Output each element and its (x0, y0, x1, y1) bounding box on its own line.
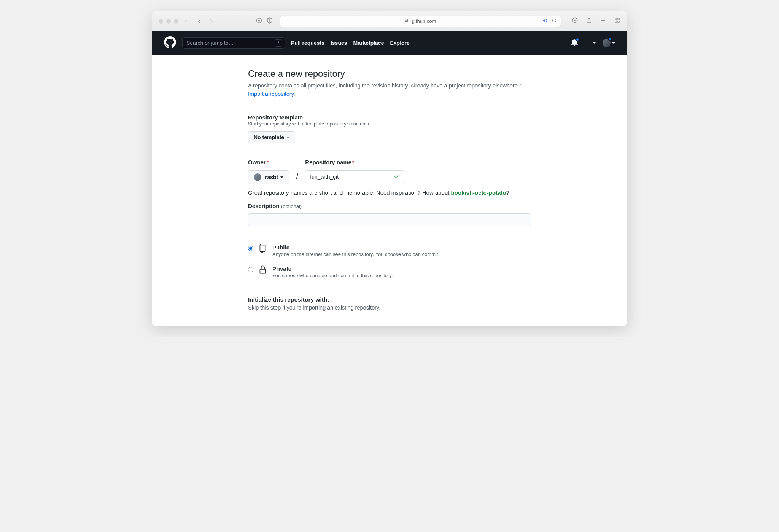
svg-rect-8 (618, 21, 619, 22)
template-hint: Start your repository with a template re… (248, 121, 531, 127)
tab-overview-button[interactable] (614, 17, 620, 25)
page-content: Create a new repository A repository con… (152, 55, 627, 326)
private-title: Private (272, 265, 393, 272)
divider (248, 152, 531, 152)
reload-button[interactable] (552, 18, 557, 24)
back-button[interactable] (196, 18, 203, 25)
svg-rect-7 (615, 21, 617, 22)
downloads-button[interactable] (572, 17, 578, 25)
template-select[interactable]: No template (248, 131, 295, 143)
chevron-down-icon (286, 137, 289, 138)
owner-select[interactable]: rasbt (248, 170, 289, 184)
lock-icon (405, 18, 409, 24)
github-header: Search or jump to… / Pull requests Issue… (152, 31, 627, 55)
optional-label: (optional) (281, 203, 302, 209)
search-placeholder: Search or jump to… (186, 40, 234, 46)
url-host: github.com (412, 18, 436, 24)
public-desc: Anyone on the internet can see this repo… (272, 251, 439, 257)
page-subhead: A repository contains all project files,… (248, 81, 531, 98)
zoom-window-button[interactable] (174, 19, 178, 24)
nav-issues[interactable]: Issues (331, 40, 347, 46)
nav-explore[interactable]: Explore (390, 40, 409, 46)
browser-window: github.com Search or jump to… / Pull req… (152, 11, 627, 326)
template-label: Repository template (248, 114, 531, 121)
privacy-report-icon[interactable] (256, 17, 262, 25)
chevron-down-icon (612, 42, 615, 44)
nav-marketplace[interactable]: Marketplace (353, 40, 384, 46)
description-label: Description (248, 203, 280, 209)
browser-toolbar: github.com (152, 11, 627, 31)
notifications-button[interactable] (571, 39, 578, 47)
sidebar-toggle-button[interactable] (185, 19, 190, 23)
chevron-down-icon (280, 176, 283, 178)
svg-rect-5 (615, 18, 617, 20)
svg-rect-6 (618, 18, 619, 20)
repo-name-input[interactable] (305, 170, 404, 183)
lock-icon (258, 265, 268, 276)
svg-point-3 (258, 19, 260, 21)
description-input[interactable] (248, 213, 531, 226)
initialize-sub: Skip this step if you're importing an ex… (248, 305, 531, 311)
audio-icon[interactable] (542, 18, 548, 24)
chevron-down-icon (188, 19, 190, 23)
status-dot (608, 37, 612, 41)
notification-dot (576, 38, 579, 41)
svg-rect-9 (260, 269, 265, 273)
owner-label: Owner* (248, 159, 269, 165)
divider (248, 107, 531, 107)
minimize-window-button[interactable] (166, 19, 171, 24)
suggested-name[interactable]: bookish-octo-potato (451, 189, 506, 196)
private-radio[interactable] (248, 267, 253, 272)
create-new-dropdown[interactable] (585, 40, 596, 46)
shield-icon[interactable] (267, 17, 273, 25)
github-logo[interactable] (164, 36, 176, 50)
initialize-heading: Initialize this repository with: (248, 296, 531, 303)
nav-pull-requests[interactable]: Pull requests (291, 40, 324, 46)
user-menu[interactable] (603, 39, 615, 47)
visibility-public-row[interactable]: Public Anyone on the internet can see th… (248, 242, 531, 259)
visibility-private-row[interactable]: Private You choose who can see and commi… (248, 263, 531, 281)
address-bar[interactable]: github.com (280, 16, 561, 27)
search-input[interactable]: Search or jump to… / (182, 37, 285, 49)
public-title: Public (272, 244, 439, 251)
avatar (254, 173, 261, 181)
public-radio[interactable] (248, 246, 253, 251)
import-repo-link[interactable]: Import a repository (248, 91, 294, 97)
traffic-lights (159, 19, 178, 24)
repo-name-label: Repository name* (305, 159, 354, 165)
slash-key-icon: / (275, 39, 282, 47)
private-desc: You choose who can see and commit to thi… (272, 273, 393, 278)
repo-icon (258, 244, 268, 255)
check-icon (394, 173, 400, 181)
divider (248, 235, 531, 235)
name-tip: Great repository names are short and mem… (248, 189, 531, 196)
divider (248, 289, 531, 289)
path-separator: / (296, 172, 298, 184)
svg-rect-0 (186, 21, 187, 22)
chevron-down-icon (593, 42, 596, 44)
new-tab-button[interactable] (600, 17, 606, 25)
close-window-button[interactable] (159, 19, 163, 24)
share-button[interactable] (586, 17, 592, 25)
primary-nav: Pull requests Issues Marketplace Explore (291, 40, 410, 46)
forward-button[interactable] (208, 18, 215, 25)
page-title: Create a new repository (248, 68, 531, 79)
